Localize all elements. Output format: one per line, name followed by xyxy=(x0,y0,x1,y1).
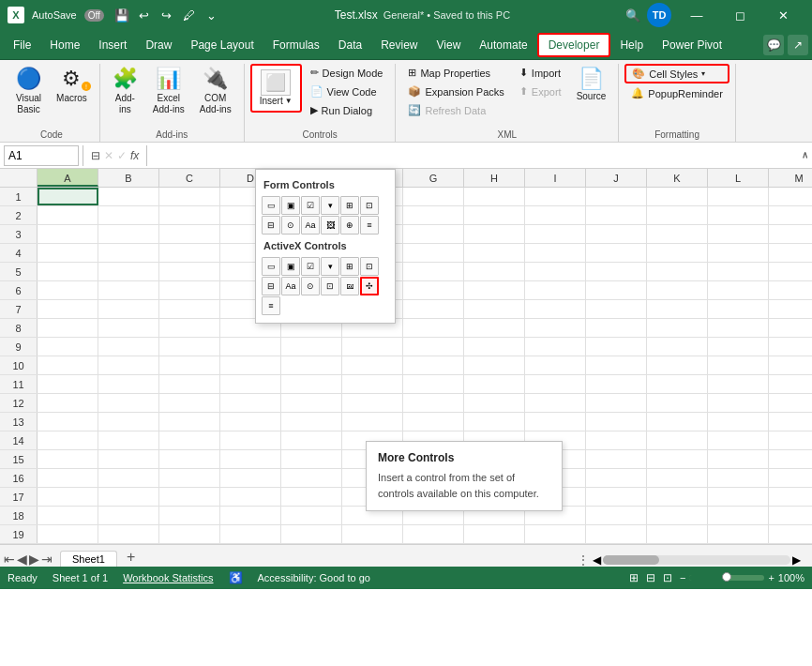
form-dropdown-icon[interactable]: ▾ xyxy=(321,196,339,215)
cell-g7[interactable] xyxy=(403,300,464,318)
ax-text-icon[interactable]: ⊞ xyxy=(340,257,359,276)
cell-m2[interactable] xyxy=(769,206,812,224)
cell-j18[interactable] xyxy=(586,507,647,524)
cell-c16[interactable] xyxy=(159,469,220,487)
cell-b19[interactable] xyxy=(98,525,159,543)
cell-h6[interactable] xyxy=(464,281,525,299)
cell-c1[interactable] xyxy=(159,188,220,205)
cell-j9[interactable] xyxy=(586,338,647,356)
cell-b11[interactable] xyxy=(98,375,159,393)
cell-b12[interactable] xyxy=(98,394,159,412)
zoom-out-button[interactable]: − xyxy=(680,572,685,583)
undo-button[interactable]: ↩ xyxy=(134,5,155,25)
cell-k2[interactable] xyxy=(647,206,708,224)
cell-i6[interactable] xyxy=(525,281,586,299)
cell-a15[interactable] xyxy=(38,450,98,468)
cell-a7[interactable] xyxy=(38,300,98,318)
cell-m8[interactable] xyxy=(769,319,812,337)
cell-a12[interactable] xyxy=(38,394,98,412)
cell-a9[interactable] xyxy=(38,338,98,356)
cell-a11[interactable] xyxy=(38,375,98,393)
row-header-13[interactable]: 13 xyxy=(0,413,38,431)
cell-h11[interactable] xyxy=(464,375,525,393)
cell-j8[interactable] xyxy=(586,319,647,337)
cell-i7[interactable] xyxy=(525,300,586,318)
cell-f11[interactable] xyxy=(342,375,403,393)
excel-add-ins-button[interactable]: 📊 ExcelAdd-ins xyxy=(146,64,191,118)
cell-i9[interactable] xyxy=(525,338,586,356)
cell-e18[interactable] xyxy=(281,507,342,524)
cell-l1[interactable] xyxy=(708,188,769,205)
cell-a8[interactable] xyxy=(38,319,98,337)
row-header-6[interactable]: 6 xyxy=(0,281,38,299)
menu-page-layout[interactable]: Page Layout xyxy=(181,35,263,55)
cell-l13[interactable] xyxy=(708,413,769,431)
cell-h13[interactable] xyxy=(464,413,525,431)
cell-c5[interactable] xyxy=(159,263,220,280)
cell-k4[interactable] xyxy=(647,244,708,262)
cell-m17[interactable] xyxy=(769,488,812,506)
cell-h2[interactable] xyxy=(464,206,525,224)
menu-help[interactable]: Help xyxy=(610,35,653,55)
cell-m13[interactable] xyxy=(769,413,812,431)
cell-l2[interactable] xyxy=(708,206,769,224)
cell-b5[interactable] xyxy=(98,263,159,280)
cell-a1[interactable] xyxy=(38,188,98,205)
cell-c9[interactable] xyxy=(159,338,220,356)
cell-k17[interactable] xyxy=(647,488,708,506)
minimize-button[interactable]: — xyxy=(675,0,718,30)
cell-l10[interactable] xyxy=(708,356,769,374)
col-header-a[interactable]: A xyxy=(38,169,98,187)
cell-g1[interactable] xyxy=(403,188,464,205)
cell-m1[interactable] xyxy=(769,188,812,205)
view-page-layout-icon[interactable]: ⊟ xyxy=(646,571,655,584)
cell-c15[interactable] xyxy=(159,450,220,468)
cell-d16[interactable] xyxy=(220,469,281,487)
cell-c12[interactable] xyxy=(159,394,220,412)
cell-k3[interactable] xyxy=(647,225,708,243)
col-header-c[interactable]: C xyxy=(159,169,220,187)
cell-m15[interactable] xyxy=(769,450,812,468)
cell-k8[interactable] xyxy=(647,319,708,337)
cell-j15[interactable] xyxy=(586,450,647,468)
cell-k15[interactable] xyxy=(647,450,708,468)
cell-m14[interactable] xyxy=(769,431,812,449)
cell-k19[interactable] xyxy=(647,525,708,543)
cell-h4[interactable] xyxy=(464,244,525,262)
form-spinner-icon[interactable]: ⊟ xyxy=(262,216,280,235)
cell-l9[interactable] xyxy=(708,338,769,356)
cell-a10[interactable] xyxy=(38,356,98,374)
cell-b15[interactable] xyxy=(98,450,159,468)
cell-i5[interactable] xyxy=(525,263,586,280)
cell-k6[interactable] xyxy=(647,281,708,299)
ax-more-controls-icon[interactable]: ✣ xyxy=(360,277,379,295)
menu-file[interactable]: File xyxy=(4,35,40,55)
cell-h3[interactable] xyxy=(464,225,525,243)
cell-k5[interactable] xyxy=(647,263,708,280)
scroll-right-btn[interactable]: ▶ xyxy=(792,553,801,567)
cell-d15[interactable] xyxy=(220,450,281,468)
cell-d13[interactable] xyxy=(220,413,281,431)
insert-control-button[interactable]: ⬜ Insert ▼ xyxy=(250,64,302,113)
cell-m5[interactable] xyxy=(769,263,812,280)
row-header-19[interactable]: 19 xyxy=(0,525,38,543)
cell-l12[interactable] xyxy=(708,394,769,412)
cell-m4[interactable] xyxy=(769,244,812,262)
cell-e12[interactable] xyxy=(281,394,342,412)
cell-e19[interactable] xyxy=(281,525,342,543)
cell-d11[interactable] xyxy=(220,375,281,393)
cell-g11[interactable] xyxy=(403,375,464,393)
menu-home[interactable]: Home xyxy=(40,35,89,55)
ax-label-icon[interactable]: Aa xyxy=(281,277,300,295)
view-page-break-icon[interactable]: ⊡ xyxy=(663,571,672,584)
ax-extra-icon[interactable]: ≡ xyxy=(262,296,280,315)
cell-k7[interactable] xyxy=(647,300,708,318)
cell-a18[interactable] xyxy=(38,507,98,524)
cell-f13[interactable] xyxy=(342,413,403,431)
cell-d14[interactable] xyxy=(220,431,281,449)
cell-l18[interactable] xyxy=(708,507,769,524)
map-properties-button[interactable]: ⊞ Map Properties xyxy=(401,64,510,82)
row-header-3[interactable]: 3 xyxy=(0,225,38,243)
cell-l15[interactable] xyxy=(708,450,769,468)
save-button[interactable]: 💾 xyxy=(112,5,132,25)
